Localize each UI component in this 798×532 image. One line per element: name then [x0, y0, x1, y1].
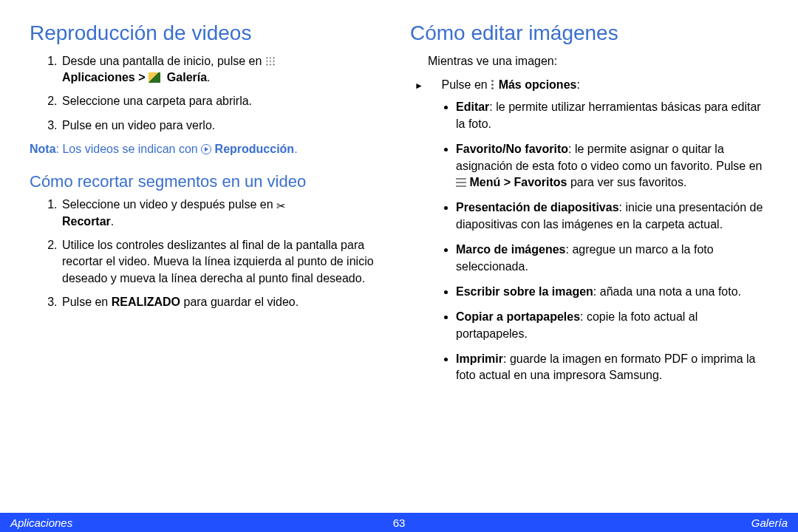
text-bold: Más opciones [499, 78, 577, 91]
text: Seleccione un video y después pulse en [62, 198, 276, 211]
option-name: Favorito/No favorito [456, 143, 568, 155]
scissors-icon: ✂ [276, 200, 286, 211]
page-content: Reproducción de videos Desde una pantall… [0, 0, 798, 510]
text: Pulse en [441, 78, 491, 91]
more-options-line: Pulse en Más opciones: [438, 77, 768, 93]
list-item: Imprimir: guarde la imagen en formato PD… [456, 351, 768, 384]
heading-trim-video: Cómo recortar segmentos en un video [30, 171, 388, 193]
option-name: Copiar a portapapeles [456, 310, 580, 323]
apps-grid-icon [265, 56, 276, 66]
list-item: Escribir sobre la imagen: añada una nota… [456, 284, 768, 300]
text-bold: Aplicaciones > [62, 71, 149, 83]
list-item: Favorito/No favorito: le permite asignar… [456, 141, 768, 191]
play-icon [201, 144, 211, 154]
list-item: Presentación de diapositivas: inicie una… [456, 200, 768, 233]
page-footer: Aplicaciones 63 Galería [0, 513, 798, 532]
option-desc: para ver sus favoritos. [567, 176, 686, 188]
edit-options-list: Editar: le permite utilizar herramientas… [410, 99, 768, 383]
option-desc: : añada una nota a una foto. [593, 285, 741, 298]
step-item: Utilice los controles deslizantes al fin… [61, 237, 388, 287]
video-playback-steps: Desde una pantalla de inicio, pulse en A… [30, 53, 388, 134]
more-options-icon [491, 79, 495, 91]
list-item: Editar: le permite utilizar herramientas… [456, 99, 768, 132]
footer-left: Aplicaciones [10, 516, 72, 529]
text-bold: REALIZADO [112, 296, 180, 308]
list-item: Marco de imágenes: agregue un marco a la… [456, 242, 768, 275]
text: Desde una pantalla de inicio, pulse en [62, 55, 265, 67]
note-label: Nota [30, 143, 56, 155]
note-text: : Los videos se indican con [56, 143, 202, 155]
list-item: Copiar a portapapeles: copie la foto act… [456, 309, 768, 342]
note-text: . [294, 143, 297, 155]
step-item: Desde una pantalla de inicio, pulse en A… [61, 53, 388, 86]
text: . [207, 71, 210, 83]
step-item: Seleccione un video y después pulse en ✂… [61, 197, 388, 230]
option-name: Presentación de diapositivas [456, 201, 619, 214]
option-desc: : le permite utilizar herramientas básic… [456, 100, 761, 129]
trim-video-steps: Seleccione un video y después pulse en ✂… [30, 197, 388, 310]
left-column: Reproducción de videos Desde una pantall… [30, 21, 388, 510]
text-bold: Menú > Favoritos [469, 176, 567, 188]
text: . [111, 215, 114, 228]
option-name: Escribir sobre la imagen [456, 285, 593, 298]
note-bold: Reproducción [215, 143, 295, 155]
gallery-icon [149, 72, 160, 83]
text-bold: Recortar [62, 215, 111, 228]
footer-page-number: 63 [393, 516, 406, 529]
text: : [576, 78, 579, 91]
option-name: Marco de imágenes [456, 243, 566, 256]
step-item: Pulse en un video para verlo. [61, 117, 388, 134]
option-name: Imprimir [456, 352, 503, 365]
text: para guardar el video. [180, 296, 299, 308]
heading-video-playback: Reproducción de videos [30, 21, 388, 46]
text: Pulse en [62, 296, 112, 308]
intro-text: Mientras ve una imagen: [428, 53, 768, 69]
menu-icon [456, 178, 466, 187]
heading-edit-images: Cómo editar imágenes [410, 21, 768, 46]
text-bold: Galería [167, 71, 207, 83]
option-name: Editar [456, 100, 489, 113]
footer-right: Galería [751, 516, 788, 529]
step-item: Pulse en REALIZADO para guardar el video… [61, 294, 388, 310]
step-item: Seleccione una carpeta para abrirla. [61, 93, 388, 109]
note-block: Nota: Los videos se indican con Reproduc… [30, 141, 388, 157]
right-column: Cómo editar imágenes Mientras ve una ima… [410, 21, 768, 510]
